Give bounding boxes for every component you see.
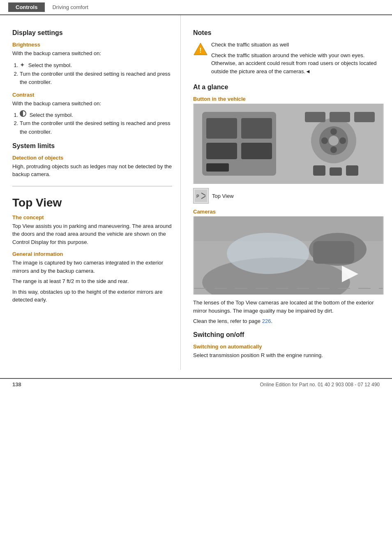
driving-comfort-nav-item[interactable]: Driving comfort [45,2,95,12]
contrast-step-1: Select the symbol. [20,110,172,120]
general-info-title: General information [12,251,172,257]
svg-rect-6 [206,143,237,159]
button-vehicle-image [193,104,384,184]
switching-title: Switching on/off [193,331,384,339]
svg-point-15 [329,136,339,146]
system-limits-title: System limits [12,142,172,150]
svg-point-14 [339,137,346,144]
note2-text: Check the traffic situation around the v… [211,51,384,76]
camera-image [193,216,384,295]
brightness-step-1-text: Select the symbol. [28,62,72,68]
brightness-title: Brightness [12,42,172,48]
top-view-big-title: Top View [12,196,172,209]
detection-title: Detection of objects [12,155,172,161]
general-info-p1: The image is captured by two cameras int… [12,259,172,275]
brightness-steps-list: ✦ Select the symbol. Turn the controller… [20,60,172,87]
sun-icon: ✦ [20,60,27,70]
notes-title: Notes [193,29,384,37]
concept-title: The concept [12,214,172,220]
contrast-intro: With the backup camera switched on: [12,100,172,108]
contrast-step-1-text: Select the symbol. [30,112,73,118]
svg-rect-30 [313,241,354,264]
topview-icon-box: P [193,188,209,204]
sun-symbol: ✦ [20,60,25,70]
top-navigation: Controls Driving comfort [0,0,392,15]
switching-auto-text: Select transmission position R with the … [193,351,384,360]
note1-text: Check the traffic situation as well [211,41,384,49]
page-number: 138 [12,381,21,388]
concept-text: Top View assists you in parking and mane… [12,222,172,246]
notes-content: Check the traffic situation as well Chec… [211,41,384,78]
svg-rect-4 [206,118,237,139]
display-settings-title: Display settings [12,29,172,37]
footer: 138 Online Edition for Part no. 01 40 2 … [0,378,392,390]
cameras-p2: Clean the lens, refer to page 226. [193,317,384,325]
svg-text:P: P [196,194,199,199]
brightness-step-1: ✦ Select the symbol. [20,60,172,70]
brightness-intro: With the backup camera switched on: [12,49,172,58]
svg-rect-18 [354,112,375,122]
svg-rect-5 [241,118,272,139]
cameras-p2-suffix: . [271,318,272,324]
svg-point-12 [330,146,337,153]
svg-rect-7 [241,143,272,159]
general-info-p2: The range is at least 7 ft/2 m to the si… [12,277,172,285]
topview-icon-svg: P [195,190,207,202]
svg-rect-19 [313,165,325,176]
contrast-title: Contrast [12,92,172,98]
svg-rect-8 [206,163,229,172]
cameras-p2-prefix: Clean the lens, refer to page [193,318,262,324]
contrast-steps-list: Select the symbol. Turn the controller u… [20,110,172,137]
online-edition-text: Online Edition for Part no. 01 40 2 903 … [260,382,380,388]
at-a-glance-title: At a glance [193,84,384,91]
svg-rect-16 [305,112,325,122]
brightness-step-2: Turn the controller until the desired se… [20,70,172,87]
camera-image-container [193,216,384,295]
general-info-p3: In this way, obstacles up to the height … [12,288,172,304]
cameras-title: Cameras [193,209,384,215]
cameras-p1: The lenses of the Top View cameras are l… [193,299,384,315]
svg-text:!: ! [199,46,201,54]
contrast-step-2: Turn the controller until the desired se… [20,119,172,137]
button-vehicle-svg [193,104,384,184]
button-vehicle-title: Button in the vehicle [193,96,384,102]
svg-rect-21 [346,165,358,176]
left-column: Display settings Brightness With the bac… [0,15,181,370]
topview-icon-row: P Top View [193,188,384,204]
svg-rect-20 [330,167,342,176]
half-circle-icon [20,110,26,117]
detection-text: High, protruding objects such as ledges … [12,162,172,179]
notes-box: ! Check the traffic situation as well Ch… [193,41,384,78]
switching-auto-title: Switching on automatically [193,343,384,350]
cameras-page-link[interactable]: 226 [262,318,271,324]
svg-point-11 [330,128,337,135]
topview-icon-label: Top View [212,193,234,199]
right-column: Notes ! Check the traffic situation as w… [181,15,392,370]
svg-point-31 [227,233,309,274]
main-layout: Display settings Brightness With the bac… [0,15,392,370]
half-circle-icon-container [20,110,28,117]
svg-point-13 [321,137,328,144]
section-divider [12,186,172,186]
camera-svg [193,216,384,295]
svg-rect-17 [330,112,350,122]
controls-nav-item[interactable]: Controls [8,2,45,12]
warning-icon: ! [193,42,208,56]
